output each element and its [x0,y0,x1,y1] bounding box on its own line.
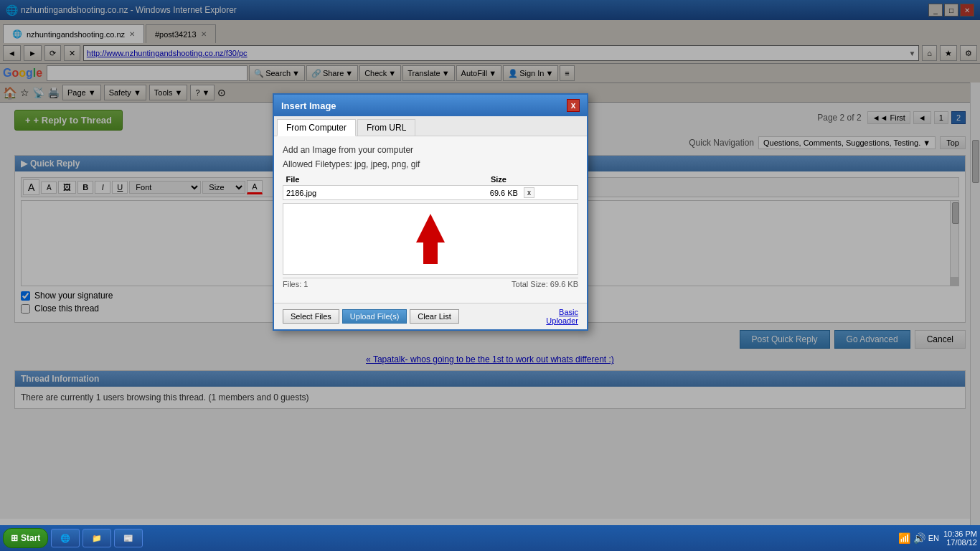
dialog-desc-2: Allowed Filetypes: jpg, jpeg, png, gif [283,159,578,169]
dialog-overlay[interactable]: Insert Image x From Computer From URL Ad… [0,0,980,551]
basic-uploader-link[interactable]: Basic Uploader [546,308,578,325]
footer-buttons: Select Files Upload File(s) Clear List [283,309,459,324]
start-button[interactable]: ⊞ Start [3,528,48,548]
windows-icon: ⊞ [11,533,18,543]
file-name: 2186.jpg [283,186,407,200]
taskbar: ⊞ Start 🌐 📁 📰 📶 🔊 EN 10:36 PM 17/08/12 [0,525,980,551]
upload-area [283,203,578,275]
dialog-tabs: From Computer From URL [274,116,587,136]
file-row: 2186.jpg 69.6 KB x [283,186,578,200]
network-icon: 📶 [898,532,910,544]
red-arrow-svg [402,207,459,271]
volume-icon: 🔊 [913,532,925,544]
file-table: File Size 2186.jpg 69.6 KB x [283,174,578,200]
tab-from-url[interactable]: From URL [357,119,415,136]
file-remove-button[interactable]: x [524,187,534,198]
dialog-title: Insert Image [281,100,336,111]
taskbar-left: ⊞ Start 🌐 📁 📰 [3,528,143,548]
upload-files-button[interactable]: Upload File(s) [342,309,407,324]
file-status-bar: Files: 1 Total Size: 69.6 KB [283,278,578,290]
taskbar-item-folder[interactable]: 📁 [83,529,111,547]
taskbar-time: 10:36 PM 17/08/12 [943,529,977,547]
taskbar-item-ie[interactable]: 🌐 [51,529,80,547]
dialog-desc-1: Add an Image from your computer [283,145,578,155]
dialog-header: Insert Image x [274,95,587,116]
taskbar-system-icons: 📶 🔊 EN [898,532,939,544]
dialog-close-button[interactable]: x [567,99,580,112]
total-size: Total Size: 69.6 KB [512,280,578,288]
time-display: 10:36 PM [943,529,977,538]
files-count: Files: 1 [283,280,308,288]
select-files-button[interactable]: Select Files [283,309,339,324]
col-file: File [283,174,407,186]
tab-from-computer[interactable]: From Computer [277,119,356,136]
clear-list-button[interactable]: Clear List [410,309,458,324]
file-size: 69.6 KB [406,186,521,200]
taskbar-right: 📶 🔊 EN 10:36 PM 17/08/12 [898,529,977,547]
dialog-footer: Select Files Upload File(s) Clear List B… [274,303,587,329]
taskbar-item-news[interactable]: 📰 [114,529,143,547]
date-display: 17/08/12 [943,538,977,547]
insert-image-dialog: Insert Image x From Computer From URL Ad… [273,93,588,331]
col-size: Size [406,174,521,186]
language-icon: EN [928,534,939,542]
dialog-body: Add an Image from your computer Allowed … [274,136,587,303]
svg-marker-0 [416,214,445,264]
